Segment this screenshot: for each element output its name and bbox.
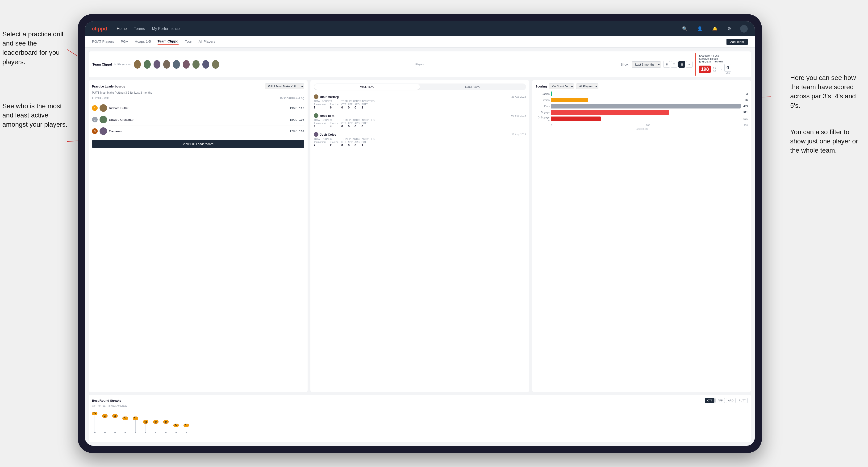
total-practice-label-1: Total Practice Activities [341, 100, 375, 102]
streak-dot-7 [155, 432, 156, 433]
streak-dot-1 [94, 432, 96, 433]
scoring-player-filter[interactable]: All Players [576, 84, 598, 89]
nav-my-performance[interactable]: My Performance [152, 27, 180, 31]
pars-label: Pars [535, 105, 550, 107]
add-team-button[interactable]: Add Team [726, 39, 748, 45]
subnav-team-clippd[interactable]: Team Clippd [158, 39, 179, 44]
col-player-name: PLAYER NAME [92, 97, 280, 100]
lb-name-1: Richard Butler [109, 106, 128, 110]
settings-icon[interactable]: ⚙ [727, 26, 731, 31]
chart-x-axis: 0 200 400 [535, 123, 748, 127]
streak-badge-8: 4x [163, 420, 168, 424]
player-avatar-6 [182, 60, 190, 69]
eagles-bar-wrap [551, 92, 744, 96]
shot-dist-val: 16 [713, 66, 716, 69]
nav-teams[interactable]: Teams [134, 27, 145, 31]
annotation-bottom-right: You can also filter to show just one pla… [790, 127, 866, 155]
streak-tab-ott[interactable]: OTT [705, 398, 714, 403]
streak-subtitle: Off The Tee, Fairway Accuracy [92, 404, 748, 407]
streak-line-9 [176, 427, 176, 432]
show-select[interactable]: Last 3 months Last 6 months Last year [632, 61, 661, 68]
players-label: Players [221, 63, 618, 66]
lb-avg-3: 103 [299, 129, 304, 133]
table-view-btn[interactable]: ☰ [671, 61, 677, 68]
grid-view-btn[interactable]: ⊞ [663, 61, 670, 68]
subnav-pgat[interactable]: PGAT Players [92, 39, 114, 44]
streak-line-10 [186, 427, 186, 432]
tournament-val-1: 7 [314, 106, 326, 109]
tournament-val-3: 7 [314, 144, 326, 147]
subnav-pga[interactable]: PGA [121, 39, 128, 44]
shot-dist-yds: yds [713, 69, 716, 72]
player-avatar-2 [143, 60, 151, 69]
scoring-par-filter[interactable]: Par 3, 4 & 5s [549, 84, 574, 89]
chart-row-birdies: Birdies 96 [535, 98, 748, 102]
bell-icon[interactable]: 🔔 [712, 26, 717, 31]
streak-tab-app[interactable]: APP [715, 398, 725, 403]
toggle-least-active[interactable]: Least Active [420, 84, 526, 90]
list-item: Rees Britt 02 Sep 2023 Total Rounds Tour… [314, 111, 526, 130]
scoring-card: Scoring Par 3, 4 & 5s All Players Eagles [532, 80, 751, 392]
lb-avg-1: 110 [299, 106, 304, 110]
shot-card: Shot Dist: 14 yds Start Lie: Rough End L… [695, 53, 747, 76]
list-view-btn[interactable]: ≡ [686, 61, 692, 68]
chart-x-title: Total Shots [535, 128, 748, 130]
show-label: Show: [621, 63, 629, 66]
arg-val-2: 0 [354, 125, 360, 128]
arg-val-1: 0 [354, 106, 360, 109]
eagles-val: 3 [746, 92, 748, 95]
x-label-0: 0 [551, 124, 552, 127]
dbogeys-bar [551, 117, 601, 121]
toggle-most-active[interactable]: Most Active [314, 84, 420, 90]
bogeys-bar-wrap [551, 110, 741, 115]
team-header: Team Clippd 14 Players ✏ Players [89, 52, 751, 77]
edit-icon[interactable]: ✏ [128, 63, 131, 66]
col-pb-score: PB SCORE [280, 97, 292, 100]
streak-tab-arg[interactable]: ARG [726, 398, 736, 403]
table-row: 1 Richard Butler 19/20 110 [92, 102, 304, 114]
rank-badge-1: 1 [92, 105, 98, 111]
col-pb-avg: PB AVG SQ [292, 97, 304, 100]
streak-dot-4 [125, 432, 126, 433]
streak-line-6 [146, 424, 146, 432]
streak-badge-4: 5x [122, 416, 128, 420]
streak-tab-putt[interactable]: PUTT [737, 398, 748, 403]
activity-player-name-3: Josh Coles [314, 132, 336, 137]
rank-badge-2: 2 [92, 117, 98, 122]
practice-val-1: 6 [330, 106, 338, 109]
avatar[interactable] [740, 25, 748, 33]
subnav-all-players[interactable]: All Players [198, 39, 215, 44]
leaderboard-drill-select[interactable]: PUTT Must Make Putt... [265, 84, 304, 89]
team-players-row: Players [133, 60, 618, 69]
lb-score-3: 17/20 [290, 129, 298, 133]
player-info-3: Cameron... [99, 127, 288, 135]
streak-tabs: OTT APP ARG PUTT [705, 398, 748, 403]
streak-dot-10 [186, 432, 187, 433]
streak-point-8: 4x [163, 420, 168, 433]
subnav-tour[interactable]: Tour [185, 39, 192, 44]
streak-line-7 [156, 424, 156, 432]
view-full-leaderboard-button[interactable]: View Full Leaderboard [92, 140, 304, 148]
streak-badge-7: 4x [153, 420, 158, 424]
streak-badge-9: 3x [173, 424, 179, 427]
streak-point-1: 7x [92, 412, 97, 433]
person-icon[interactable]: 👤 [697, 26, 703, 31]
dbogeys-bar-wrap [551, 117, 741, 121]
player-avatar-4 [163, 60, 170, 69]
player-avatar-3 [153, 60, 161, 69]
activity-avatar-2 [314, 113, 318, 118]
streak-badge-2: 6x [102, 414, 107, 418]
activity-date-3: 26 Aug 2023 [512, 133, 526, 136]
player-avatar-7 [192, 60, 200, 69]
streak-line-2 [105, 418, 105, 432]
x-label-400: 400 [744, 124, 748, 127]
nav-home[interactable]: Home [117, 27, 127, 31]
three-col-grid: Practice Leaderboards PUTT Must Make Put… [89, 80, 751, 392]
streak-point-6: 4x [143, 420, 148, 433]
table-row: 2 Edward Crossman 18/20 107 [92, 114, 304, 125]
pars-bar-wrap [551, 104, 741, 108]
search-icon[interactable]: 🔍 [682, 26, 687, 31]
subnav-hcaps[interactable]: Hcaps 1-5 [135, 39, 151, 44]
player-avatar-1 [133, 60, 141, 69]
card-view-btn[interactable]: ▦ [678, 61, 685, 68]
